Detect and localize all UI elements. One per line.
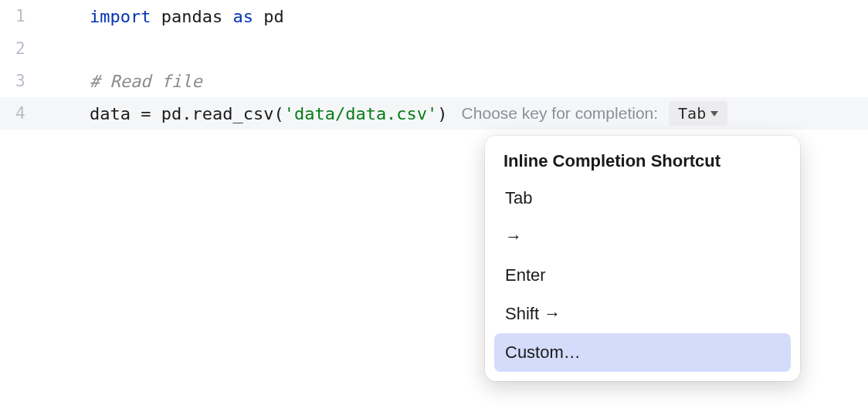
line-number: 2 (15, 39, 25, 58)
completion-key-value: Tab (678, 104, 706, 123)
code-content[interactable]: data = pd.read_csv('data/data.csv') Choo… (77, 101, 868, 126)
code-content[interactable]: import pandas as pd (77, 7, 868, 26)
line-number: 1 (15, 7, 25, 25)
code-line[interactable]: 1 import pandas as pd (0, 0, 868, 32)
popup-title: Inline Completion Shortcut (494, 148, 791, 179)
line-number: 4 (15, 104, 25, 123)
code-line[interactable]: 3 # Read file (0, 65, 868, 97)
code-line-active[interactable]: 4 data = pd.read_csv('data/data.csv') Ch… (0, 97, 868, 130)
keyword: import (90, 7, 151, 26)
completion-key-dropdown[interactable]: Tab (669, 101, 727, 126)
popup-item-tab[interactable]: Tab (494, 179, 791, 218)
completion-shortcut-popup: Inline Completion Shortcut Tab → Enter S… (485, 136, 800, 381)
keyword: as (232, 7, 253, 26)
popup-item-arrow[interactable]: → (494, 218, 791, 256)
code-content[interactable]: # Read file (77, 72, 868, 91)
completion-hint-label: Choose key for completion: (462, 104, 658, 123)
completion-hint: Choose key for completion: Tab (462, 101, 728, 126)
popup-item-enter[interactable]: Enter (494, 256, 791, 295)
line-number: 3 (15, 72, 25, 90)
popup-item-custom[interactable]: Custom… (494, 333, 791, 372)
string-literal: 'data/data.csv' (284, 104, 438, 123)
comment: # Read file (90, 72, 202, 91)
chevron-down-icon (710, 111, 718, 116)
popup-item-shift-arrow[interactable]: Shift → (494, 295, 791, 333)
code-editor[interactable]: 1 import pandas as pd 2 3 # Read file 4 … (0, 0, 868, 130)
code-line[interactable]: 2 (0, 32, 868, 65)
